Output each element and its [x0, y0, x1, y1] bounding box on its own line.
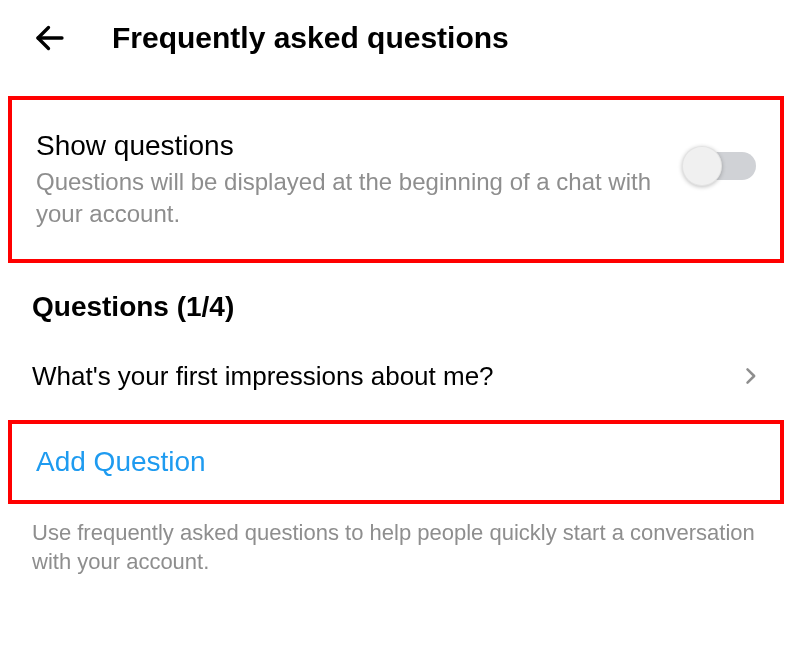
highlight-box-add-question: Add Question [8, 420, 784, 504]
question-text: What's your first impressions about me? [32, 361, 494, 392]
arrow-left-icon [32, 20, 68, 56]
back-button[interactable] [28, 16, 72, 60]
toggle-knob [682, 146, 722, 186]
questions-counter: Questions (1/4) [32, 291, 760, 323]
chevron-right-icon [740, 362, 760, 390]
show-questions-title: Show questions [36, 130, 666, 162]
show-questions-toggle[interactable] [686, 152, 756, 180]
header: Frequently asked questions [0, 0, 792, 76]
add-question-link[interactable]: Add Question [36, 446, 206, 477]
highlight-box-show-questions: Show questions Questions will be display… [8, 96, 784, 263]
question-item[interactable]: What's your first impressions about me? [0, 331, 792, 412]
show-questions-section: Show questions Questions will be display… [12, 100, 780, 259]
footer-help-text: Use frequently asked questions to help p… [0, 504, 792, 577]
show-questions-description: Questions will be displayed at the begin… [36, 166, 666, 231]
questions-counter-row: Questions (1/4) [0, 263, 792, 331]
page-title: Frequently asked questions [112, 21, 509, 55]
